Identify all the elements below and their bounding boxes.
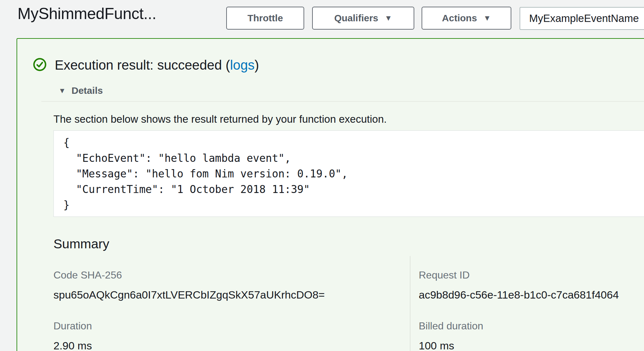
logs-link[interactable]: logs	[230, 58, 255, 72]
result-title-suffix: )	[255, 58, 259, 72]
result-json-block: { "EchoEvent": "hello lambda event", "Me…	[53, 130, 644, 217]
execution-result-panel: Execution result: succeeded (logs) ▼ Det…	[17, 38, 644, 351]
function-name-title: MyShimmedFunct...	[18, 3, 156, 24]
details-label: Details	[72, 85, 103, 96]
actions-dropdown-button[interactable]: Actions ▼	[422, 7, 511, 30]
summary-column-divider	[410, 256, 410, 351]
summary-left-column: Code SHA-256 spu65oAQkCgn6a0I7xtLVERCbIZ…	[53, 269, 388, 351]
chevron-down-icon: ▼	[385, 14, 392, 23]
request-id-label: Request ID	[419, 269, 644, 281]
summary-right-column: Request ID ac9b8d96-c56e-11e8-b1c0-c7ca6…	[419, 269, 644, 351]
actions-button-label: Actions	[442, 13, 477, 24]
success-check-circle-icon	[33, 58, 46, 71]
details-expander[interactable]: ▼ Details	[59, 85, 103, 96]
billed-duration-label: Billed duration	[419, 320, 644, 332]
test-event-selected-value: MyExampleEventName	[529, 12, 639, 24]
qualifiers-button-label: Qualifiers	[334, 13, 378, 24]
triangle-down-icon: ▼	[59, 86, 66, 95]
details-divider	[41, 101, 644, 102]
result-json-text: { "EchoEvent": "hello lambda event", "Me…	[63, 135, 644, 213]
code-sha256-value: spu65oAQkCgn6a0I7xtLVERCbIZgqSkX57aUKrhc…	[53, 288, 388, 301]
qualifiers-dropdown-button[interactable]: Qualifiers ▼	[312, 7, 414, 30]
throttle-button-label: Throttle	[248, 13, 283, 24]
duration-label: Duration	[53, 320, 388, 332]
result-title-prefix: Execution result: succeeded (	[55, 58, 230, 72]
chevron-down-icon: ▼	[483, 14, 491, 23]
throttle-button[interactable]: Throttle	[226, 7, 304, 30]
code-sha256-label: Code SHA-256	[53, 269, 388, 281]
function-header: MyShimmedFunct... Throttle Qualifiers ▼ …	[0, 0, 644, 38]
billed-duration-value: 100 ms	[419, 339, 644, 351]
duration-value: 2.90 ms	[53, 339, 388, 351]
result-description: The section below shows the result retur…	[53, 113, 387, 126]
execution-result-title: Execution result: succeeded (logs)	[55, 57, 259, 73]
request-id-value: ac9b8d96-c56e-11e8-b1c0-c7ca681f4064	[419, 288, 644, 301]
test-event-select[interactable]: MyExampleEventName	[520, 7, 644, 30]
summary-heading: Summary	[53, 236, 109, 252]
